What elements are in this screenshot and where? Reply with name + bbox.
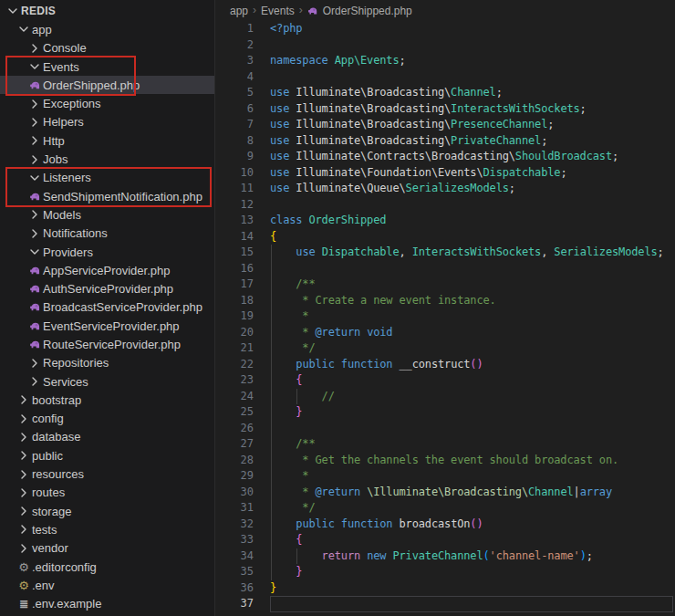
breadcrumb-separator-icon: › bbox=[253, 4, 256, 16]
tree-item-bootstrap[interactable]: bootstrap bbox=[0, 391, 214, 409]
tree-item-database[interactable]: database bbox=[0, 428, 214, 446]
tree-item-jobs[interactable]: Jobs bbox=[0, 150, 214, 168]
tree-item-broadcastserviceprovider-php[interactable]: BroadcastServiceProvider.php bbox=[0, 298, 214, 317]
code-token: * Get the channels the event should broa… bbox=[270, 453, 618, 469]
line-content: */ bbox=[270, 340, 675, 357]
code-line-6[interactable]: 6use Illuminate\Broadcasting\InteractsWi… bbox=[216, 101, 675, 118]
chevron-right-icon bbox=[27, 207, 42, 222]
tree-item-authserviceprovider-php[interactable]: AuthServiceProvider.php bbox=[0, 279, 214, 298]
code-line-32[interactable]: 32 public function broadcastOn() bbox=[216, 517, 675, 533]
tree-item-listeners[interactable]: Listeners bbox=[0, 169, 214, 187]
tree-item-storage[interactable]: storage bbox=[0, 502, 214, 520]
code-line-33[interactable]: 33 { bbox=[216, 532, 675, 548]
code-token: ; bbox=[580, 101, 587, 118]
tree-item-resources[interactable]: resources bbox=[0, 465, 214, 483]
code-line-11[interactable]: 11use Illuminate\Queue\SerializesModels; bbox=[216, 181, 675, 197]
tree-item-eventserviceprovider-php[interactable]: EventServiceProvider.php bbox=[0, 317, 214, 335]
tree-item-services[interactable]: Services bbox=[0, 372, 214, 391]
code-line-16[interactable]: 16 bbox=[216, 261, 675, 277]
code-line-12[interactable]: 12 bbox=[216, 197, 675, 214]
chevron-right-icon bbox=[16, 504, 31, 518]
code-token: Illuminate\Broadcasting\ bbox=[296, 117, 451, 133]
code-line-22[interactable]: 22 public function __construct() bbox=[216, 357, 675, 373]
code-line-17[interactable]: 17 /** bbox=[216, 277, 675, 293]
code-line-31[interactable]: 31 */ bbox=[216, 500, 675, 517]
tree-item-exceptions[interactable]: Exceptions bbox=[0, 94, 214, 112]
code-line-7[interactable]: 7use Illuminate\Broadcasting\PresenceCha… bbox=[216, 117, 675, 133]
code-token: PrivateChannel bbox=[451, 133, 541, 150]
code-line-21[interactable]: 21 */ bbox=[216, 340, 675, 357]
code-line-5[interactable]: 5use Illuminate\Broadcasting\Channel; bbox=[216, 85, 675, 101]
tree-item-providers[interactable]: Providers bbox=[0, 243, 214, 261]
line-content: * bbox=[270, 468, 675, 485]
line-number: 7 bbox=[216, 117, 254, 133]
tree-item-public[interactable]: public bbox=[0, 446, 214, 465]
code-line-35[interactable]: 35 } bbox=[216, 564, 675, 580]
code-line-1[interactable]: 1<?php bbox=[216, 21, 675, 37]
tree-item-config[interactable]: config bbox=[0, 410, 214, 428]
code-line-34[interactable]: 34 return new PrivateChannel('channel-na… bbox=[216, 548, 675, 565]
tree-item-label: EventServiceProvider.php bbox=[42, 319, 180, 333]
code-line-8[interactable]: 8use Illuminate\Broadcasting\PrivateChan… bbox=[216, 133, 675, 150]
breadcrumb-separator-icon: › bbox=[299, 4, 303, 16]
tree-item-routeserviceprovider-php[interactable]: RouteServiceProvider.php bbox=[0, 335, 214, 353]
code-line-14[interactable]: 14{ bbox=[216, 229, 675, 245]
code-line-27[interactable]: 27 /** bbox=[216, 436, 675, 453]
breadcrumb-item-app[interactable]: app bbox=[230, 5, 248, 17]
code-area[interactable]: 1<?php23namespace App\Events;45use Illum… bbox=[216, 21, 675, 616]
code-line-25[interactable]: 25 } bbox=[216, 404, 675, 421]
line-number: 14 bbox=[216, 229, 254, 245]
code-line-24[interactable]: 24 // bbox=[216, 389, 675, 405]
tree-item-console[interactable]: Console bbox=[0, 39, 214, 57]
tree-item-tests[interactable]: tests bbox=[0, 520, 214, 538]
indent-guide bbox=[271, 389, 272, 405]
code-line-15[interactable]: 15 use Dispatchable, InteractsWithSocket… bbox=[216, 245, 675, 261]
tree-item-events[interactable]: Events bbox=[0, 57, 214, 76]
code-line-10[interactable]: 10use Illuminate\Foundation\Events\Dispa… bbox=[216, 165, 675, 182]
code-line-18[interactable]: 18 * Create a new event instance. bbox=[216, 293, 675, 309]
tree-item-models[interactable]: Models bbox=[0, 205, 214, 224]
line-number: 4 bbox=[216, 69, 254, 86]
tree-item-vendor[interactable]: vendor bbox=[0, 539, 214, 558]
code-line-3[interactable]: 3namespace App\Events; bbox=[216, 53, 675, 69]
tree-item-ordershipped-php[interactable]: OrderShipped.php bbox=[0, 76, 214, 94]
tree-item-repositories[interactable]: Repositories bbox=[0, 354, 214, 372]
tree-item-sendshipmentnotification-php[interactable]: SendShipmentNotification.php bbox=[0, 187, 214, 205]
code-line-36[interactable]: 36} bbox=[216, 580, 675, 597]
code-line-9[interactable]: 9use Illuminate\Contracts\Broadcasting\S… bbox=[216, 149, 675, 165]
tree-item-http[interactable]: Http bbox=[0, 131, 214, 150]
chevron-right-icon bbox=[27, 374, 42, 389]
breadcrumb-item-events[interactable]: Events bbox=[261, 5, 295, 17]
code-line-26[interactable]: 26 bbox=[216, 421, 675, 437]
tree-item-redis[interactable]: REDIS bbox=[0, 2, 214, 20]
tree-item-routes[interactable]: routes bbox=[0, 484, 214, 502]
code-token: use bbox=[270, 165, 296, 182]
code-line-13[interactable]: 13class OrderShipped bbox=[216, 213, 675, 229]
code-line-23[interactable]: 23 { bbox=[216, 372, 675, 389]
tree-item-appserviceprovider-php[interactable]: AppServiceProvider.php bbox=[0, 261, 214, 279]
tree-item-notifications[interactable]: Notifications bbox=[0, 224, 214, 243]
code-line-2[interactable]: 2 bbox=[216, 37, 675, 54]
breadcrumb-item-ordershipped-php[interactable]: OrderShipped.php bbox=[323, 5, 412, 17]
code-line-20[interactable]: 20 * @return void bbox=[216, 325, 675, 341]
code-line-19[interactable]: 19 * bbox=[216, 308, 675, 325]
tree-item-editorconfig[interactable]: ⚙.editorconfig bbox=[0, 558, 214, 576]
line-number: 3 bbox=[216, 53, 254, 69]
chevron-right-icon bbox=[16, 467, 31, 482]
tree-item-label: Http bbox=[42, 134, 65, 148]
code-line-29[interactable]: 29 * bbox=[216, 468, 675, 485]
chevron-down-icon bbox=[27, 171, 42, 185]
code-token: namespace bbox=[270, 53, 335, 69]
code-line-37[interactable]: 37 bbox=[216, 596, 675, 612]
tree-item-label: tests bbox=[31, 523, 57, 537]
code-line-30[interactable]: 30 * @return \Illuminate\Broadcasting\Ch… bbox=[216, 485, 675, 501]
code-token: SerializesModels bbox=[406, 181, 509, 197]
indent-guide bbox=[271, 485, 272, 501]
code-token: class bbox=[270, 213, 308, 229]
tree-item-helpers[interactable]: Helpers bbox=[0, 113, 214, 131]
tree-item-env-example[interactable]: ≣.env.example bbox=[0, 595, 214, 613]
code-line-28[interactable]: 28 * Get the channels the event should b… bbox=[216, 453, 675, 469]
tree-item-env[interactable]: ⚙.env bbox=[0, 576, 214, 594]
code-line-4[interactable]: 4 bbox=[216, 69, 675, 86]
tree-item-app[interactable]: app bbox=[0, 20, 214, 38]
